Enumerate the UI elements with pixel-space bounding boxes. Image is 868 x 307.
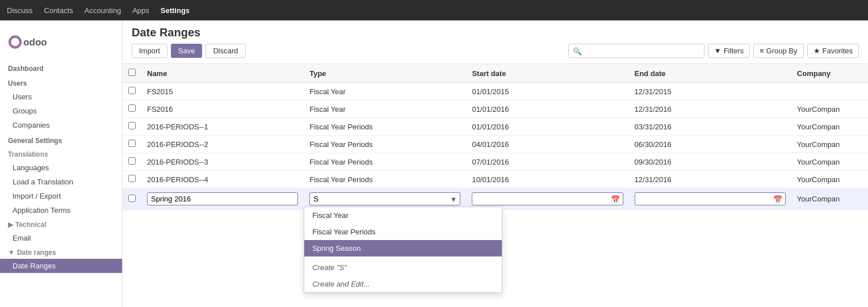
favorites-button[interactable]: ★ Favorites <box>807 44 859 58</box>
sidebar-item-application-terms[interactable]: Application Terms <box>0 203 122 217</box>
row-checkbox[interactable] <box>128 87 136 94</box>
start-date-input[interactable] <box>472 192 623 205</box>
row-checkbox-cell <box>123 100 141 118</box>
nav-item-accounting[interactable]: Accounting <box>85 6 121 15</box>
sidebar-item-import-export[interactable]: Import / Export <box>0 189 122 203</box>
sidebar-item-date-ranges[interactable]: Date Ranges <box>0 259 122 273</box>
sidebar-technical-header[interactable]: ▶ Technical <box>0 217 122 231</box>
row-name[interactable]: 2016-PERIODS--1 <box>141 118 304 136</box>
sidebar-item-email[interactable]: Email <box>0 231 122 245</box>
header-end-date[interactable]: End date <box>629 64 791 83</box>
row-name[interactable]: FS2015 <box>141 83 304 100</box>
editing-company-cell: YourCompan <box>791 188 868 210</box>
row-type[interactable]: Fiscal Year Periods <box>304 136 466 153</box>
row-checkbox-cell <box>123 153 141 171</box>
sidebar-dashboard[interactable]: Dashboard <box>0 60 122 75</box>
row-company: YourCompan <box>791 153 868 171</box>
dropdown-divider <box>304 258 502 258</box>
header-checkbox-col <box>123 64 141 83</box>
start-date-calendar-icon[interactable]: 📅 <box>611 195 620 203</box>
row-company: YourCompan <box>791 136 868 153</box>
favorites-label: Favorites <box>823 47 853 55</box>
row-end-date: 12/31/2015 <box>629 83 791 100</box>
group-by-button[interactable]: ≡ Group By <box>753 44 804 58</box>
svg-point-1 <box>11 38 19 46</box>
type-input[interactable] <box>309 192 460 205</box>
table-container: Name Type Start date End date Company FS… <box>123 64 868 307</box>
toolbar-right: 🔍 ▼ Filters ≡ Group By ★ Favorites <box>568 44 859 58</box>
table-row: FS2015 Fiscal Year 01/01/2015 12/31/2015 <box>123 83 868 100</box>
filters-label: Filters <box>724 47 744 55</box>
end-date-wrapper: 📅 <box>635 192 786 205</box>
data-table: Name Type Start date End date Company FS… <box>123 64 868 210</box>
dropdown-create-option[interactable]: Create "S" <box>304 259 502 276</box>
row-type[interactable]: Fiscal Year <box>304 83 466 100</box>
sidebar-item-languages[interactable]: Languages <box>0 161 122 175</box>
filter-icon: ▼ <box>714 47 722 55</box>
row-checkbox[interactable] <box>128 104 136 112</box>
row-checkbox-cell <box>123 136 141 153</box>
nav-item-settings[interactable]: Settings <box>161 6 190 15</box>
filters-button[interactable]: ▼ Filters <box>708 44 750 58</box>
nav-item-contacts[interactable]: Contacts <box>44 6 73 15</box>
header-name[interactable]: Name <box>141 64 304 83</box>
name-input[interactable] <box>147 192 298 205</box>
start-date-wrapper: 📅 <box>472 192 623 205</box>
search-icon: 🔍 <box>573 47 582 55</box>
discard-button[interactable]: Discard <box>206 44 245 58</box>
row-company: YourCompan <box>791 100 868 118</box>
dropdown-option-spring-season[interactable]: Spring Season <box>304 240 502 256</box>
row-name[interactable]: 2016-PERIODS--2 <box>141 136 304 153</box>
sidebar-technical-label: Technical <box>15 221 46 229</box>
nav-item-apps[interactable]: Apps <box>132 6 149 15</box>
row-name[interactable]: 2016-PERIODS--3 <box>141 153 304 171</box>
sidebar-item-companies[interactable]: Companies <box>0 118 122 132</box>
row-type[interactable]: Fiscal Year Periods <box>304 171 466 188</box>
editing-checkbox[interactable] <box>128 195 136 202</box>
type-select-wrapper: ▼ <box>309 192 460 205</box>
row-checkbox[interactable] <box>128 122 136 129</box>
import-button[interactable]: Import <box>132 44 167 58</box>
row-name[interactable]: FS2016 <box>141 100 304 118</box>
sidebar-item-users[interactable]: Users <box>0 90 122 104</box>
row-type[interactable]: Fiscal Year Periods <box>304 153 466 171</box>
group-by-label: Group By <box>766 47 798 55</box>
row-type[interactable]: Fiscal Year Periods <box>304 118 466 136</box>
save-button[interactable]: Save <box>171 44 203 58</box>
table-row: 2016-PERIODS--3 Fiscal Year Periods 07/0… <box>123 153 868 171</box>
sidebar-translations-header[interactable]: Translations <box>0 147 122 161</box>
editing-row: ▼ Fiscal Year Fiscal Year Periods Spring… <box>123 188 868 210</box>
top-nav: Discuss Contacts Accounting Apps Setting… <box>0 0 868 20</box>
row-checkbox[interactable] <box>128 175 136 182</box>
row-checkbox[interactable] <box>128 157 136 165</box>
table-row: 2016-PERIODS--2 Fiscal Year Periods 04/0… <box>123 136 868 153</box>
main-header: Date Ranges Import Save Discard 🔍 ▼ Filt… <box>123 20 868 64</box>
end-date-input[interactable] <box>635 192 786 205</box>
sidebar-item-groups[interactable]: Groups <box>0 104 122 118</box>
end-date-calendar-icon[interactable]: 📅 <box>773 195 782 203</box>
editing-row-checkbox <box>123 188 141 210</box>
header-company[interactable]: Company <box>791 64 868 83</box>
row-end-date: 06/30/2016 <box>629 136 791 153</box>
select-all-checkbox[interactable] <box>128 69 136 76</box>
sidebar-item-load-translation[interactable]: Load a Translation <box>0 175 122 189</box>
editing-type-cell: ▼ Fiscal Year Fiscal Year Periods Spring… <box>304 188 466 210</box>
row-checkbox[interactable] <box>128 140 136 147</box>
editing-end-date-cell: 📅 <box>629 188 791 210</box>
header-start-date[interactable]: Start date <box>466 64 628 83</box>
dropdown-create-edit-option[interactable]: Create and Edit... <box>304 276 502 292</box>
row-name[interactable]: 2016-PERIODS--4 <box>141 171 304 188</box>
sidebar-users-section: Users <box>0 75 122 90</box>
row-start-date: 01/01/2015 <box>466 83 628 100</box>
search-input[interactable] <box>568 44 705 58</box>
row-type[interactable]: Fiscal Year <box>304 100 466 118</box>
row-company: YourCompan <box>791 171 868 188</box>
nav-item-discuss[interactable]: Discuss <box>7 6 33 15</box>
header-type[interactable]: Type <box>304 64 466 83</box>
table-row: 2016-PERIODS--1 Fiscal Year Periods 01/0… <box>123 118 868 136</box>
table-row: 2016-PERIODS--4 Fiscal Year Periods 10/0… <box>123 171 868 188</box>
dropdown-option-fiscal-year[interactable]: Fiscal Year <box>304 207 502 224</box>
dropdown-option-fiscal-year-periods[interactable]: Fiscal Year Periods <box>304 224 502 240</box>
row-start-date: 10/01/2016 <box>466 171 628 188</box>
sidebar-date-ranges-header[interactable]: ▼ Date ranges <box>0 245 122 259</box>
